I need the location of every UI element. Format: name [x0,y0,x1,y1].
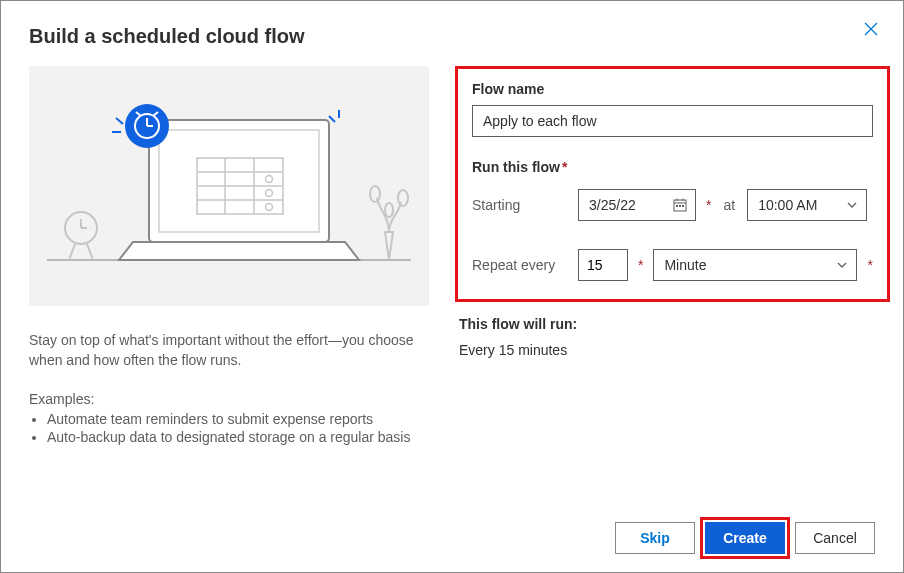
example-item: Auto-backup data to designated storage o… [47,429,429,445]
starting-date-value: 3/25/22 [589,197,636,213]
right-panel: Flow name Run this flow* Starting 3/25/2… [455,66,890,447]
create-button[interactable]: Create [705,522,785,554]
run-summary-text: Every 15 minutes [459,342,890,358]
svg-line-20 [329,116,335,122]
dialog-footer: Skip Create Cancel [615,522,875,554]
starting-date-picker[interactable]: 3/25/22 [578,189,696,221]
svg-line-25 [69,244,75,260]
flow-name-label: Flow name [472,81,873,97]
repeat-value-input[interactable] [578,249,628,281]
svg-rect-36 [682,205,684,207]
flow-name-input[interactable] [472,105,873,137]
illustration [29,66,429,306]
close-icon [863,21,879,37]
chevron-down-icon [846,199,858,211]
chevron-down-icon [836,259,848,271]
required-marker: * [706,197,711,213]
left-panel: Stay on top of what's important without … [29,66,429,447]
run-summary-label: This flow will run: [459,316,890,332]
required-marker: * [638,257,643,273]
form-highlight: Flow name Run this flow* Starting 3/25/2… [455,66,890,302]
starting-time-select[interactable]: 10:00 AM [747,189,867,221]
description-text: Stay on top of what's important without … [29,330,429,371]
examples-label: Examples: [29,391,429,407]
example-item: Automate team reminders to submit expens… [47,411,429,427]
svg-point-28 [398,190,408,206]
examples-list: Automate team reminders to submit expens… [29,411,429,445]
dialog-title: Build a scheduled cloud flow [29,25,875,48]
repeat-label: Repeat every [472,257,568,273]
cancel-button[interactable]: Cancel [795,522,875,554]
svg-rect-2 [159,130,319,232]
svg-line-18 [116,118,123,124]
svg-line-26 [87,244,93,260]
skip-button[interactable]: Skip [615,522,695,554]
svg-rect-34 [676,205,678,207]
svg-rect-35 [679,205,681,207]
svg-point-27 [370,186,380,202]
starting-label: Starting [472,197,568,213]
calendar-icon [673,198,687,212]
run-flow-label: Run this flow* [472,159,873,175]
close-button[interactable] [863,21,879,40]
svg-point-29 [385,203,393,217]
repeat-unit-value: Minute [664,257,706,273]
starting-time-value: 10:00 AM [758,197,817,213]
required-marker: * [867,257,872,273]
at-label: at [721,197,737,213]
dialog: Build a scheduled cloud flow [0,0,904,573]
repeat-unit-select[interactable]: Minute [653,249,857,281]
